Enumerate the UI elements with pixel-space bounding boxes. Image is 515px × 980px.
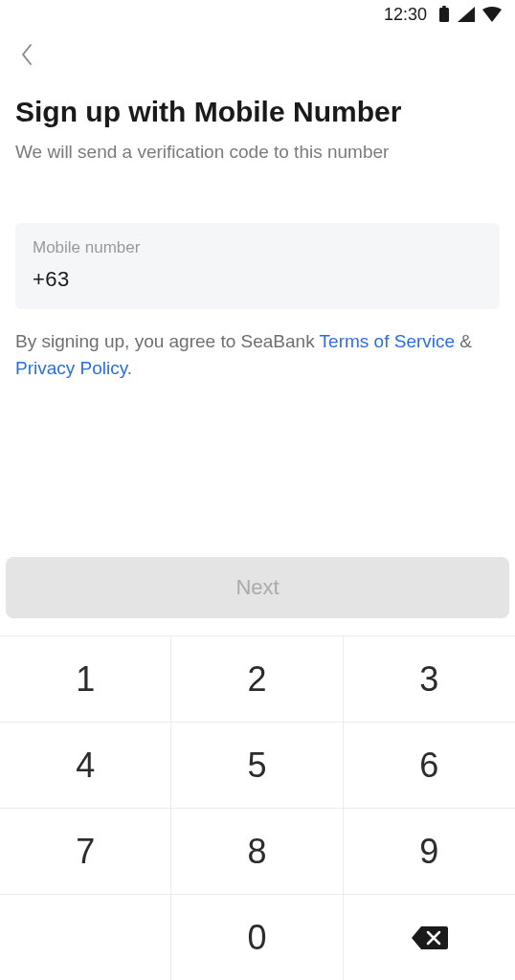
key-0[interactable]: 0 [171,894,343,980]
mobile-number-label: Mobile number [33,238,482,257]
page-subtitle: We will send a verification code to this… [15,140,500,165]
next-button[interactable]: Next [6,557,509,618]
wifi-icon [482,7,502,22]
cellular-icon [458,7,475,22]
status-time: 12:30 [384,5,427,25]
key-9[interactable]: 9 [344,808,515,894]
key-3[interactable]: 3 [344,635,515,722]
chevron-left-icon [20,43,34,69]
key-8[interactable]: 8 [171,808,343,894]
status-bar: 12:30 [0,0,515,29]
backspace-icon [410,924,448,951]
key-blank [0,894,171,980]
privacy-policy-link[interactable]: Privacy Policy [15,358,127,378]
key-2[interactable]: 2 [171,635,343,722]
key-5[interactable]: 5 [171,722,343,808]
mobile-number-value: +63 [33,267,482,292]
key-4[interactable]: 4 [0,722,171,808]
key-1[interactable]: 1 [0,635,171,722]
svg-rect-0 [439,8,449,22]
back-button[interactable] [11,40,42,71]
svg-rect-1 [442,6,446,8]
numeric-keypad: 1 2 3 4 5 6 7 8 9 0 [0,635,515,980]
next-button-container: Next [0,557,515,618]
page-title: Sign up with Mobile Number [15,94,500,130]
agreement-text: By signing up, you agree to SeaBank Term… [15,328,500,381]
nav-bar [0,29,515,82]
key-backspace[interactable] [344,894,515,980]
key-7[interactable]: 7 [0,808,171,894]
key-6[interactable]: 6 [344,722,515,808]
content-area: Sign up with Mobile Number We will send … [0,82,515,381]
mobile-number-input[interactable]: Mobile number +63 [15,223,500,309]
battery-icon [438,6,450,23]
terms-of-service-link[interactable]: Terms of Service [320,331,455,351]
